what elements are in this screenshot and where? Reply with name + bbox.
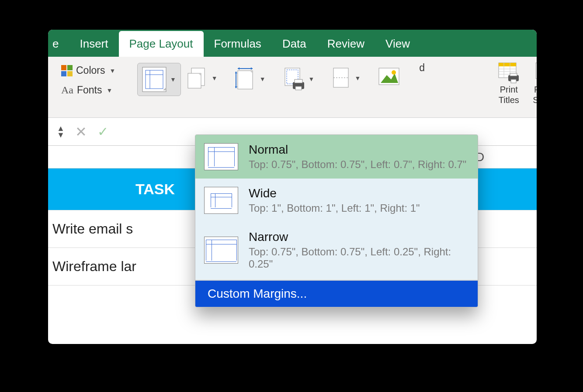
print-area-button[interactable]: ▼	[279, 64, 319, 94]
accept-icon[interactable]: ✓	[97, 124, 108, 139]
breaks-icon	[332, 67, 351, 89]
margins-narrow-icon	[204, 237, 238, 264]
ribbon-right-group: d Print Titles	[406, 60, 537, 105]
tab-data[interactable]: Data	[272, 31, 317, 57]
tab-formulas[interactable]: Formulas	[204, 31, 272, 57]
app-window: e Insert Page Layout Formulas Data Revie…	[48, 30, 537, 344]
svg-rect-34	[510, 73, 517, 76]
colors-button[interactable]: Colors ▼	[61, 65, 135, 76]
chevron-down-icon: ▼	[212, 75, 218, 82]
background-button[interactable]	[374, 64, 404, 90]
margins-normal-title: Normal	[249, 143, 466, 157]
fonts-icon: Aa	[61, 84, 73, 96]
print-titles-label-2: Titles	[499, 95, 519, 105]
svg-marker-11	[238, 67, 239, 70]
page-setup-group: ▼ ▼	[183, 60, 404, 94]
svg-rect-27	[499, 63, 516, 66]
size-button[interactable]: ▼	[231, 64, 270, 94]
svg-rect-0	[142, 67, 166, 92]
print-titles-button[interactable]: Print Titles	[498, 62, 520, 105]
orientation-button[interactable]: ▼	[183, 64, 222, 93]
tab-home-partial[interactable]: e	[48, 31, 69, 57]
page-setup-label-2: Setup	[533, 95, 537, 105]
chevron-down-icon: ▼	[109, 67, 115, 74]
size-icon	[235, 67, 256, 91]
chevron-down-icon: ▼	[170, 76, 176, 83]
margins-option-narrow[interactable]: Narrow Top: 0.75", Bottom: 0.75", Left: …	[195, 222, 478, 278]
margins-wide-icon	[204, 187, 238, 214]
cell-task[interactable]: Wireframe lar	[48, 258, 179, 275]
chevron-down-icon: ▼	[260, 76, 266, 83]
svg-rect-8	[238, 71, 253, 89]
fonts-button[interactable]: Aa Fonts ▼	[61, 84, 135, 96]
print-titles-icon	[498, 62, 520, 84]
margins-narrow-title: Narrow	[249, 230, 469, 244]
ribbon-tabs: e Insert Page Layout Formulas Data Revie…	[48, 30, 537, 57]
page-setup-label-1: Page	[534, 85, 537, 94]
tab-view[interactable]: View	[375, 31, 420, 57]
colors-label: Colors	[76, 65, 105, 76]
svg-rect-6	[188, 73, 201, 88]
svg-rect-21	[333, 68, 348, 87]
margins-narrow-desc: Top: 0.75", Bottom: 0.75", Left: 0.25", …	[249, 246, 469, 270]
svg-point-25	[392, 70, 396, 75]
ribbon-body: Colors ▼ Aa Fonts ▼ ▼	[48, 57, 537, 118]
page-setup-icon	[533, 62, 537, 84]
svg-marker-12	[251, 67, 253, 70]
chevron-down-icon: ▼	[309, 76, 315, 83]
chevron-down-icon: ▼	[107, 87, 113, 94]
cell-task[interactable]: Write email s	[48, 221, 179, 237]
svg-rect-20	[295, 86, 302, 90]
margins-option-wide[interactable]: Wide Top: 1", Bottom: 1", Left: 1", Righ…	[195, 179, 478, 222]
print-area-icon	[283, 67, 305, 91]
tab-review[interactable]: Review	[317, 31, 375, 57]
margins-wide-title: Wide	[249, 186, 420, 200]
partial-label: d	[406, 62, 485, 74]
print-titles-label-1: Print	[500, 85, 518, 94]
header-task: TASK	[48, 181, 179, 198]
page-setup-button[interactable]: Page Setup	[533, 62, 537, 105]
svg-rect-19	[295, 79, 302, 83]
chevron-down-icon: ▼	[354, 75, 361, 82]
margins-icon	[142, 67, 167, 92]
margins-normal-desc: Top: 0.75", Bottom: 0.75", Left: 0.7", R…	[249, 158, 466, 171]
margins-dropdown: Normal Top: 0.75", Bottom: 0.75", Left: …	[195, 134, 478, 307]
svg-rect-36	[536, 63, 537, 79]
chevron-down-icon: ▼	[57, 132, 65, 138]
fonts-label: Fonts	[77, 84, 102, 96]
cancel-icon[interactable]: ✕	[75, 124, 87, 140]
margins-option-custom[interactable]: Custom Margins...	[195, 281, 478, 307]
margins-wide-desc: Top: 1", Bottom: 1", Left: 1", Right: 1"	[249, 202, 420, 214]
tab-page-layout[interactable]: Page Layout	[119, 31, 204, 57]
margins-button[interactable]: ▼	[137, 63, 181, 96]
svg-rect-35	[511, 79, 516, 83]
margins-option-normal[interactable]: Normal Top: 0.75", Bottom: 0.75", Left: …	[195, 135, 478, 179]
orientation-icon	[187, 67, 208, 89]
margins-normal-icon	[204, 143, 238, 170]
name-box-stepper[interactable]: ▲ ▼	[57, 125, 65, 138]
background-icon	[378, 67, 400, 86]
colors-icon	[61, 65, 73, 76]
themes-group: Colors ▼ Aa Fonts ▼	[61, 60, 135, 96]
breaks-button[interactable]: ▼	[327, 64, 365, 93]
tab-insert[interactable]: Insert	[69, 31, 118, 57]
